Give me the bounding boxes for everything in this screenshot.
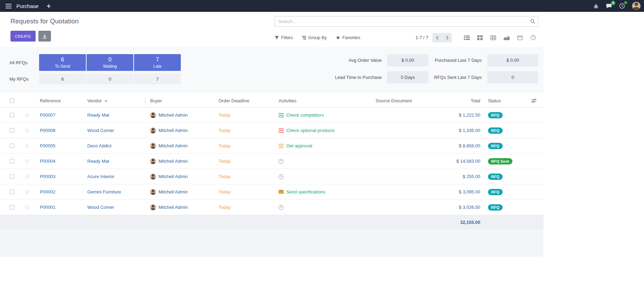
activities-button[interactable] (619, 2, 626, 9)
favorite-star-icon[interactable]: ☆ (24, 158, 30, 164)
row-checkbox[interactable] (10, 144, 14, 148)
pager-next-button[interactable] (442, 33, 452, 42)
row-checkbox[interactable] (10, 174, 14, 179)
row-checkbox[interactable] (10, 190, 14, 194)
reference-link[interactable]: P00007 (40, 112, 55, 118)
reference-link[interactable]: P00006 (40, 128, 55, 133)
favorites-button[interactable]: Favorites (336, 35, 360, 40)
tile-to-send[interactable]: 6 To Send (39, 54, 86, 71)
activity-icon[interactable] (279, 190, 284, 194)
vendor-link[interactable]: Gemini Furniture (87, 189, 121, 194)
table-row[interactable]: ☆ P00004 Ready Mat Mitchell Admin Today … (0, 154, 543, 169)
favorite-star-icon[interactable]: ☆ (24, 143, 30, 149)
favorite-star-icon[interactable]: ☆ (24, 204, 30, 210)
pager-previous-button[interactable] (432, 33, 442, 42)
reference-link[interactable]: P00001 (40, 205, 55, 210)
table-row[interactable]: ☆ P00001 Wood Corner Mitchell Admin Toda… (0, 200, 543, 215)
favorite-star-icon[interactable]: ☆ (24, 127, 30, 133)
table-row[interactable]: ☆ P00002 Gemini Furniture Mitchell Admin… (0, 184, 543, 200)
vendor-link[interactable]: Azure Interior (87, 174, 114, 179)
vendor-link[interactable]: Wood Corner (87, 205, 114, 210)
activity-icon[interactable] (279, 205, 283, 210)
list-view-icon (464, 35, 470, 40)
activity-view-button[interactable] (528, 33, 538, 42)
table-row[interactable]: ☆ P00006 Wood Corner Mitchell Admin Toda… (0, 123, 543, 138)
vendor-link[interactable]: Ready Mat (87, 112, 109, 118)
apps-menu-button[interactable] (5, 3, 12, 9)
row-checkbox[interactable] (10, 113, 14, 117)
optional-columns-button[interactable] (531, 98, 537, 104)
my-late-count[interactable]: 7 (134, 74, 181, 84)
list-view-button[interactable] (461, 33, 472, 42)
favorite-star-icon[interactable]: ☆ (24, 112, 30, 118)
search-input[interactable] (275, 16, 538, 27)
activity-label[interactable]: Get approval (286, 143, 312, 148)
app-name[interactable]: Purchase (16, 3, 38, 9)
buyer-link[interactable]: Mitchell Admin (158, 205, 188, 210)
pivot-view-button[interactable] (488, 33, 498, 42)
favorite-star-icon[interactable]: ☆ (24, 174, 30, 179)
activity-view-icon (531, 35, 536, 40)
column-header-buyer[interactable]: Buyer (145, 94, 214, 107)
messages-button[interactable]: 5 (605, 3, 613, 9)
all-rfqs-label[interactable]: All RFQs (9, 60, 38, 65)
calendar-view-button[interactable] (515, 33, 525, 42)
column-header-source-document[interactable]: Source Document (371, 94, 430, 107)
order-deadline: Today (219, 159, 231, 164)
vendor-link[interactable]: Wood Corner (87, 128, 114, 133)
column-header-activities[interactable]: Activities (274, 94, 371, 107)
buyer-link[interactable]: Mitchell Admin (158, 189, 188, 194)
activity-icon[interactable] (279, 144, 284, 148)
column-header-vendor[interactable]: Vendor (82, 94, 145, 107)
row-checkbox[interactable] (10, 159, 14, 163)
vendor-link[interactable]: Deco Addict (87, 143, 111, 148)
table-row[interactable]: ☆ P00005 Deco Addict Mitchell Admin Toda… (0, 138, 543, 154)
reference-link[interactable]: P00003 (40, 174, 55, 179)
buyer-link[interactable]: Mitchell Admin (158, 112, 188, 118)
my-waiting-count[interactable]: 0 (87, 74, 133, 84)
reference-link[interactable]: P00002 (40, 189, 55, 194)
pager: 1-7 / 7 (415, 33, 452, 42)
new-tab-button[interactable] (46, 3, 51, 9)
filters-button[interactable]: Filters (275, 35, 293, 40)
activity-icon[interactable] (279, 159, 283, 164)
table-row[interactable]: ☆ P00003 Azure Interior Mitchell Admin T… (0, 169, 543, 184)
kanban-view-button[interactable] (475, 33, 485, 42)
my-rfqs-label[interactable]: My RFQs (9, 76, 38, 82)
user-menu-button[interactable] (631, 1, 641, 11)
column-header-reference[interactable]: Reference (35, 94, 82, 107)
activity-icon[interactable] (279, 174, 283, 179)
activity-icon[interactable] (279, 113, 284, 117)
stat-value-avg-order-value: $ 0.00 (387, 54, 428, 66)
tile-waiting[interactable]: 0 Waiting (87, 54, 133, 71)
select-all-checkbox[interactable] (10, 98, 14, 103)
activity-label[interactable]: Check optional products (286, 128, 335, 133)
reference-link[interactable]: P00005 (40, 143, 55, 148)
buyer-avatar (150, 112, 156, 118)
activity-label[interactable]: Check competitors (286, 112, 324, 118)
status-badge: RFQ (488, 204, 503, 211)
row-checkbox[interactable] (10, 128, 14, 133)
graph-view-button[interactable] (501, 33, 512, 42)
favorite-star-icon[interactable]: ☆ (24, 189, 30, 195)
column-header-order-deadline[interactable]: Order Deadline (214, 94, 274, 107)
buyer-link[interactable]: Mitchell Admin (158, 143, 188, 148)
table-row[interactable]: ☆ P00007 Ready Mat Mitchell Admin Today … (0, 108, 543, 123)
buyer-link[interactable]: Mitchell Admin (158, 174, 188, 179)
buyer-link[interactable]: Mitchell Admin (158, 159, 188, 164)
column-header-total[interactable]: Total (430, 94, 483, 107)
buyer-link[interactable]: Mitchell Admin (158, 128, 188, 133)
tile-late[interactable]: 7 Late (134, 54, 181, 71)
my-to-send-count[interactable]: 6 (39, 74, 86, 84)
purchase-dashboard: All RFQs 6 To Send 0 Waiting 7 Late My R… (0, 47, 543, 92)
reference-link[interactable]: P00004 (40, 159, 55, 164)
debug-button[interactable] (593, 3, 599, 9)
create-button[interactable]: CREATE (10, 31, 36, 42)
column-header-status[interactable]: Status (483, 94, 524, 107)
row-checkbox[interactable] (10, 205, 14, 210)
group-by-button[interactable]: Group By (302, 35, 327, 40)
activity-label[interactable]: Send specifications (286, 189, 325, 194)
activity-icon[interactable] (279, 129, 284, 133)
vendor-link[interactable]: Ready Mat (87, 159, 109, 164)
export-button[interactable] (38, 31, 51, 42)
